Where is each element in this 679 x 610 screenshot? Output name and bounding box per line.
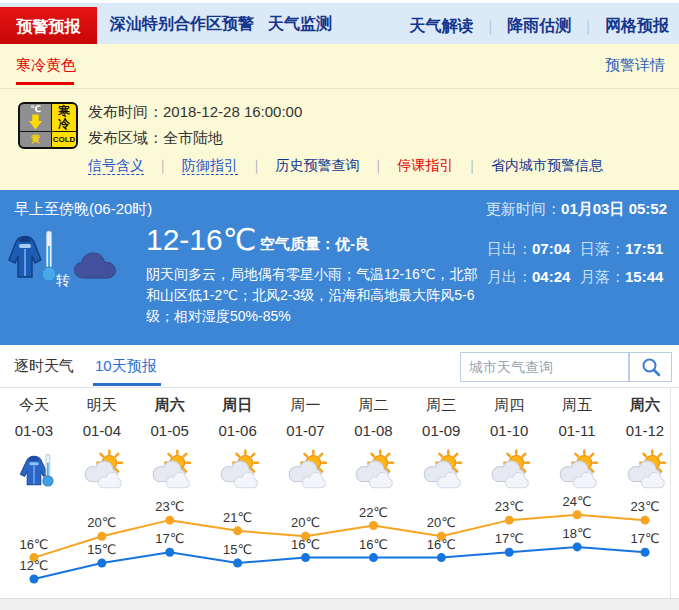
day-label: 今天 <box>0 395 68 415</box>
chart-label: 16℃ <box>427 537 456 552</box>
nav-link-rain-estimation[interactable]: 降雨估测 <box>507 16 571 37</box>
alert-details-link[interactable]: 预警详情 <box>605 56 665 75</box>
chart-label: 24℃ <box>563 495 592 509</box>
chart-dot <box>369 553 378 562</box>
cold-warning-name-cn: 寒冷 <box>52 104 76 131</box>
day-label: 周二 <box>339 395 407 415</box>
top-navigation-bar: 预警预报 深汕特别合作区预警 天气监测 天气解读 ｜ 降雨估测 ｜ 网格预报 <box>0 0 679 44</box>
cold-warning-icon-arrow-cell: ℃ <box>20 104 51 131</box>
alert-link-3[interactable]: 历史预警查询 <box>275 157 359 173</box>
cold-warning-name-en: COLD <box>52 132 76 147</box>
day-label: 周一 <box>272 395 340 415</box>
sun-moon-label: 月落： <box>580 268 625 285</box>
sun-moon-label: 日出： <box>487 240 532 257</box>
tab-warning-forecast[interactable]: 预警预报 <box>0 7 97 47</box>
chart-label: 20℃ <box>427 515 456 530</box>
date-label: 01-05 <box>136 421 204 441</box>
chart-label: 16℃ <box>291 537 320 552</box>
nav-link-shenshan-warning[interactable]: 深汕特别合作区预警 <box>110 3 254 44</box>
chart-label: 18℃ <box>563 526 592 541</box>
forecast-day-column: 周二01-08 <box>339 395 407 493</box>
chart-line <box>34 547 645 579</box>
chart-dot <box>165 548 174 557</box>
chart-label: 17℃ <box>495 531 524 546</box>
alert-link-1[interactable]: 信号含义 <box>88 157 144 175</box>
partly-cloudy-icon <box>283 449 329 489</box>
nav-link-weather-monitoring[interactable]: 天气监测 <box>268 3 332 44</box>
alert-link-4[interactable]: 停课指引 <box>397 157 453 173</box>
search-icon <box>641 357 661 377</box>
forecast-day-column: 周三01-09 <box>407 395 475 493</box>
forecast-day-column: 周四01-10 <box>475 395 543 493</box>
date-label: 01-04 <box>68 421 136 441</box>
alert-title-underline <box>16 82 74 85</box>
partly-cloudy-icon <box>350 449 396 489</box>
publish-time-row: 发布时间：2018-12-28 16:00:00 <box>88 99 302 125</box>
chart-dot <box>369 521 378 530</box>
city-weather-search-input[interactable] <box>460 352 629 382</box>
day-label: 明天 <box>68 395 136 415</box>
alert-level-title: 寒冷黄色 <box>16 56 76 75</box>
separator: ｜ <box>250 157 264 173</box>
chart-line <box>34 515 645 558</box>
day-label: 周六 <box>611 395 679 415</box>
divider <box>0 88 679 89</box>
chart-label: 21℃ <box>223 510 252 525</box>
forecast-day-column: 今天01-03 <box>0 395 68 493</box>
chart-dot <box>97 558 106 567</box>
sun-moon-value: 04:24 <box>532 268 570 285</box>
forecast-period-label: 早上至傍晚(06-20时) <box>14 200 152 219</box>
weather-warning-widget: 预警预报 深汕特别合作区预警 天气监测 天气解读 ｜ 降雨估测 ｜ 网格预报 寒… <box>0 0 679 610</box>
chart-dot <box>233 526 242 535</box>
partly-cloudy-icon <box>486 449 532 489</box>
date-label: 01-11 <box>543 421 611 441</box>
date-label: 01-07 <box>272 421 340 441</box>
chart-label: 22℃ <box>359 505 388 520</box>
chart-dot <box>641 516 650 525</box>
active-tab-underline <box>93 383 161 386</box>
weather-description: 阴天间多云，局地偶有零星小雨；气温12-16℃，北部和山区低1-2℃；北风2-3… <box>146 264 480 327</box>
partly-cloudy-icon <box>418 449 464 489</box>
chart-label: 17℃ <box>155 531 184 546</box>
tab-hourly-weather[interactable]: 逐时天气 <box>14 357 74 376</box>
cold-warning-icon: ℃ 寒冷 黄 COLD <box>18 102 78 149</box>
chart-label: 17℃ <box>631 531 660 546</box>
chart-label: 16℃ <box>359 537 388 552</box>
date-label: 01-09 <box>407 421 475 441</box>
date-label: 01-08 <box>339 421 407 441</box>
tab-ten-day-forecast[interactable]: 10天预报 <box>95 357 157 376</box>
partly-cloudy-icon <box>79 449 125 489</box>
forecast-columns: 今天01-03明天01-04周六01-05周日01-06周一01-07周二01-… <box>0 395 679 493</box>
partly-cloudy-icon <box>147 449 193 489</box>
update-time: 更新时间：01月03日 05:52 <box>486 200 667 219</box>
date-label: 01-03 <box>0 421 68 441</box>
cold-coat-icon <box>7 230 43 280</box>
chart-label: 16℃ <box>19 537 48 552</box>
chart-label: 23℃ <box>495 499 524 514</box>
alert-link-5[interactable]: 省内城市预警信息 <box>491 157 603 173</box>
alert-meta: 发布时间：2018-12-28 16:00:00 发布区域：全市陆地 <box>88 99 302 151</box>
overcast-cloud-icon <box>70 250 120 280</box>
cold-weather-icon <box>11 449 57 489</box>
air-quality: 空气质量：优-良 <box>260 235 370 254</box>
divider <box>0 387 679 388</box>
nav-link-weather-interpretation[interactable]: 天气解读 <box>410 16 474 37</box>
nav-right-links: 天气解读 ｜ 降雨估测 ｜ 网格预报 <box>410 6 669 47</box>
chart-dot <box>573 510 582 519</box>
chart-label: 15℃ <box>87 542 116 557</box>
day-label: 周日 <box>204 395 272 415</box>
search-button[interactable] <box>629 352 672 382</box>
chart-dot <box>573 542 582 551</box>
date-label: 01-06 <box>204 421 272 441</box>
page-background-strip <box>0 598 679 610</box>
nav-link-grid-forecast[interactable]: 网格预报 <box>605 16 669 37</box>
temperature-trend-chart: 16℃20℃23℃21℃20℃22℃20℃23℃24℃23℃12℃15℃17℃1… <box>0 495 679 598</box>
forecast-day-column: 周日01-06 <box>204 395 272 493</box>
chart-label: 20℃ <box>87 515 116 530</box>
sun-moon-value: 17:51 <box>625 240 663 257</box>
alert-link-2[interactable]: 防御指引 <box>182 157 238 175</box>
sun-moon-label: 日落： <box>580 240 625 257</box>
date-label: 01-10 <box>475 421 543 441</box>
chart-dot <box>29 575 38 584</box>
separator: ｜ <box>465 157 479 173</box>
